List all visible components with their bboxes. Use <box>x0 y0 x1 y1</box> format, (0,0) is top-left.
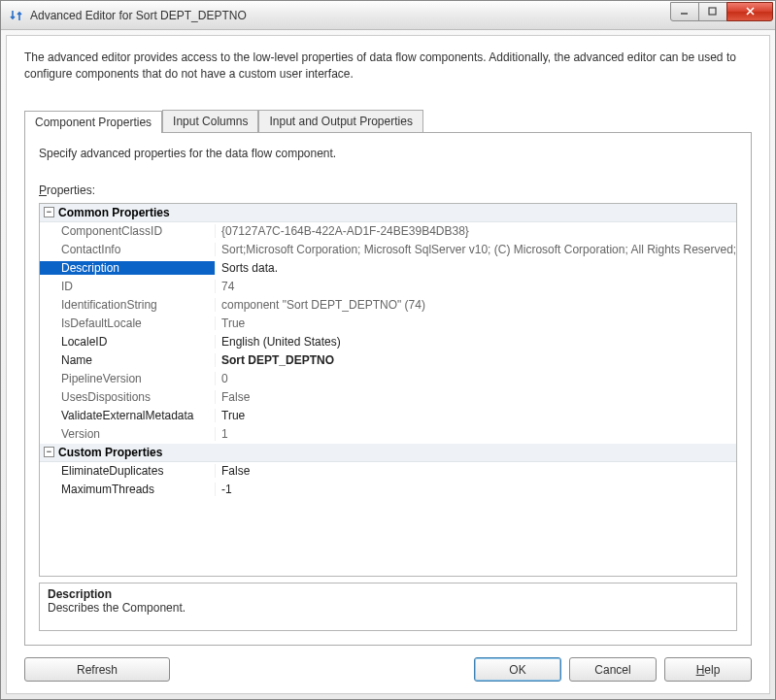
tab-component-properties[interactable]: Component Properties <box>24 111 162 133</box>
help-title: Description <box>48 587 728 601</box>
property-row[interactable]: ComponentClassID{07127A7C-164B-422A-AD1F… <box>40 222 736 241</box>
window-title: Advanced Editor for Sort DEPT_DEPTNO <box>30 9 671 22</box>
property-row[interactable]: IdentificationStringcomponent "Sort DEPT… <box>40 296 736 315</box>
minimize-button[interactable] <box>670 2 699 21</box>
property-value[interactable]: {07127A7C-164B-422A-AD1F-24BE39B4DB38} <box>215 224 736 238</box>
grid-category[interactable]: −Custom Properties <box>40 444 736 462</box>
close-button[interactable] <box>726 2 773 21</box>
property-value[interactable]: Sorts data. <box>215 261 736 275</box>
property-name[interactable]: Description <box>40 261 215 275</box>
property-row[interactable]: NameSort DEPT_DEPTNO <box>40 351 736 370</box>
property-row[interactable]: MaximumThreads-1 <box>40 481 736 499</box>
titlebar: Advanced Editor for Sort DEPT_DEPTNO <box>1 1 775 30</box>
grid-category[interactable]: −Common Properties <box>40 204 736 222</box>
sort-icon <box>9 8 24 23</box>
tab-panel: Specify advanced properties for the data… <box>24 132 752 646</box>
property-value[interactable]: 0 <box>215 372 736 385</box>
property-row[interactable]: ContactInfoSort;Microsoft Corporation; M… <box>40 241 736 259</box>
collapse-icon[interactable]: − <box>44 207 54 217</box>
tab-input-output-properties[interactable]: Input and Output Properties <box>258 110 422 132</box>
window-controls <box>671 2 773 21</box>
refresh-button[interactable]: Refresh <box>24 657 170 682</box>
property-name[interactable]: IsDefaultLocale <box>40 317 215 330</box>
tab-strip: Component Properties Input Columns Input… <box>24 110 752 132</box>
property-name[interactable]: ContactInfo <box>40 243 215 256</box>
property-row[interactable]: Version1 <box>40 425 736 444</box>
tab-input-columns[interactable]: Input Columns <box>162 110 258 132</box>
button-bar: Refresh OK Cancel Help <box>24 657 752 682</box>
property-name[interactable]: MaximumThreads <box>40 483 215 496</box>
collapse-icon[interactable]: − <box>44 447 54 457</box>
property-name[interactable]: PipelineVersion <box>40 372 215 385</box>
property-name[interactable]: Name <box>40 353 215 367</box>
property-value[interactable]: -1 <box>215 483 736 496</box>
property-value[interactable]: Sort;Microsoft Corporation; Microsoft Sq… <box>215 243 736 256</box>
property-row[interactable]: LocaleIDEnglish (United States) <box>40 333 736 351</box>
property-row[interactable]: EliminateDuplicatesFalse <box>40 462 736 481</box>
dialog-window: Advanced Editor for Sort DEPT_DEPTNO The… <box>0 0 776 700</box>
property-value[interactable]: False <box>215 390 736 404</box>
ok-button[interactable]: OK <box>474 657 561 682</box>
property-value[interactable]: Sort DEPT_DEPTNO <box>215 353 736 367</box>
property-value[interactable]: True <box>215 409 736 422</box>
intro-text: The advanced editor provides access to t… <box>24 50 752 83</box>
property-row[interactable]: UsesDispositionsFalse <box>40 388 736 407</box>
property-name[interactable]: ID <box>40 280 215 293</box>
property-name[interactable]: ValidateExternalMetadata <box>40 409 215 422</box>
property-row[interactable]: ValidateExternalMetadataTrue <box>40 407 736 425</box>
maximize-button[interactable] <box>698 2 727 21</box>
property-row[interactable]: PipelineVersion0 <box>40 370 736 388</box>
cancel-button[interactable]: Cancel <box>569 657 657 682</box>
property-value[interactable]: 74 <box>215 280 736 293</box>
panel-caption: Specify advanced properties for the data… <box>39 147 737 160</box>
properties-label: Properties: <box>39 183 737 197</box>
property-value[interactable]: 1 <box>215 427 736 441</box>
property-help-pane: Description Describes the Component. <box>39 583 737 631</box>
property-row[interactable]: IsDefaultLocaleTrue <box>40 315 736 333</box>
property-name[interactable]: IdentificationString <box>40 298 215 312</box>
property-name[interactable]: EliminateDuplicates <box>40 464 215 478</box>
property-value[interactable]: True <box>215 317 736 330</box>
dialog-content: The advanced editor provides access to t… <box>6 35 770 694</box>
property-name[interactable]: Version <box>40 427 215 441</box>
svg-rect-1 <box>709 8 716 15</box>
grid-body: −Common PropertiesComponentClassID{07127… <box>40 204 736 576</box>
category-label: Common Properties <box>58 206 170 219</box>
help-desc: Describes the Component. <box>48 601 728 615</box>
property-row[interactable]: ID74 <box>40 278 736 296</box>
category-label: Custom Properties <box>58 446 162 459</box>
help-button[interactable]: Help <box>664 657 752 682</box>
property-name[interactable]: UsesDispositions <box>40 390 215 404</box>
property-value[interactable]: False <box>215 464 736 478</box>
property-value[interactable]: English (United States) <box>215 335 736 349</box>
property-row[interactable]: DescriptionSorts data. <box>40 259 736 278</box>
property-name[interactable]: LocaleID <box>40 335 215 349</box>
property-value[interactable]: component "Sort DEPT_DEPTNO" (74) <box>215 298 736 312</box>
property-name[interactable]: ComponentClassID <box>40 224 215 238</box>
property-grid[interactable]: −Common PropertiesComponentClassID{07127… <box>39 203 737 577</box>
